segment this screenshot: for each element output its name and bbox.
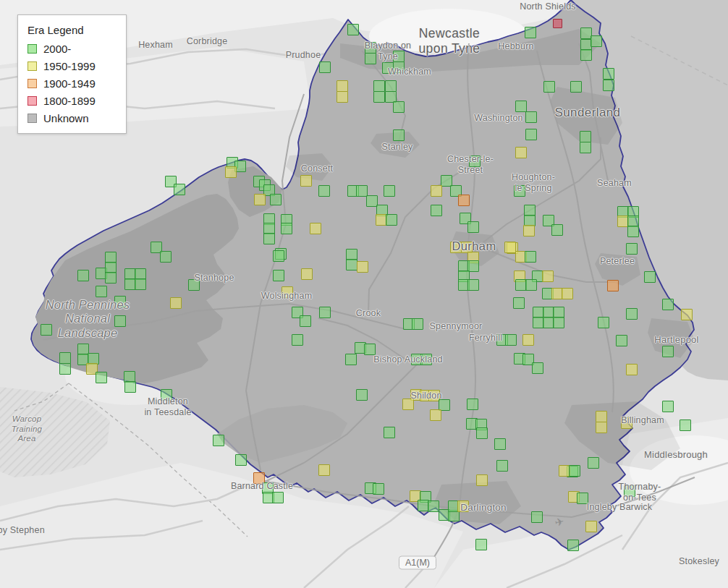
legend-swatch-2000-icon — [27, 44, 37, 54]
place-label-middlesbrough: Middlesbrough — [644, 449, 708, 460]
place-label-consett: Consett — [301, 163, 333, 174]
legend-item-label: Unknown — [43, 112, 89, 124]
place-label-seaham: Seaham — [597, 178, 632, 189]
legend-swatch-unknown-icon — [27, 114, 37, 123]
road-badge-a1m: A1(M) — [399, 556, 436, 570]
place-label-bishop-auckland: Bishop Auckland — [373, 354, 442, 365]
place-label-hartlepool: Hartlepool — [654, 334, 698, 345]
place-label-durham: Durham — [452, 239, 496, 253]
place-label-middleton-in-teesdale: Middletonin Teesdale — [144, 396, 191, 418]
legend-item-1900: 1900-1949 — [27, 77, 119, 90]
place-label-north-shields: North Shields — [520, 1, 576, 12]
place-label-hexham: Hexham — [138, 40, 173, 51]
legend-swatch-1950-icon — [27, 61, 37, 71]
place-label-sunderland: Sunderland — [555, 106, 621, 120]
place-label-kirkby-stephen: Kirkby Stephen — [0, 525, 45, 536]
legend-item-2000: 2000- — [27, 43, 119, 55]
legend-item-unknown: Unknown — [27, 112, 119, 124]
legend-item-1950: 1950-1999 — [27, 60, 119, 72]
legend-item-label: 1950-1999 — [43, 60, 96, 72]
place-label-thornaby-on-tees: Thornaby-on-Tees — [619, 482, 661, 503]
place-label-crook: Crook — [356, 308, 381, 319]
place-label-warcop-training-area: WarcopTrainingArea — [12, 414, 42, 444]
place-label-corbridge: Corbridge — [187, 36, 228, 47]
place-label-chester-le-street: Chester-le-Street — [447, 154, 494, 176]
place-label-newcastle: Newcastleupon Tyne — [418, 26, 480, 56]
place-label-barnard-castle: Barnard Castle — [231, 481, 293, 492]
legend-swatch-1900-icon — [27, 79, 37, 88]
place-label-whickham: Whickham — [388, 67, 431, 77]
place-label-washington: Washington — [474, 113, 523, 124]
legend-title: Era Legend — [27, 24, 119, 36]
place-label-stanley: Stanley — [381, 142, 412, 153]
place-label-spennymoor: Spennymoor — [430, 321, 483, 332]
map-canvas[interactable]: North ShieldsNewcastleupon TyneHebburnHe… — [0, 0, 728, 588]
place-label-prudhoe: Prudhoe — [286, 50, 321, 61]
era-legend: Era Legend 2000- 1950-1999 1900-1949 180… — [17, 14, 127, 134]
place-label-ferryhill: Ferryhill — [469, 333, 502, 344]
place-label-ingleby-barwick: Ingleby Barwick — [587, 502, 653, 513]
legend-item-label: 1800-1899 — [43, 95, 96, 107]
place-label-stokesley: Stokesley — [679, 556, 719, 567]
legend-item-label: 2000- — [43, 43, 71, 55]
place-label-peterlee: Peterlee — [600, 256, 635, 267]
legend-item-1800: 1800-1899 — [27, 95, 119, 107]
legend-item-label: 1900-1949 — [43, 77, 96, 90]
place-label-wolsingham: Wolsingham — [261, 291, 313, 302]
legend-swatch-1800-icon — [27, 96, 37, 106]
place-label-stanhope: Stanhope — [194, 273, 234, 284]
place-label-houghton-le-spring: Houghton-le Spring — [512, 172, 555, 194]
place-label-hebburn: Hebburn — [498, 41, 533, 52]
place-label-north-pennines: North PenninesNationalLandscape — [46, 298, 130, 340]
place-label-shildon: Shildon — [410, 391, 441, 401]
place-label-billingham: Billingham — [621, 415, 664, 426]
place-label-darlington: Darlington — [460, 502, 507, 514]
place-label-blaydon-on-tyne: Blaydon onTyne — [365, 41, 412, 62]
